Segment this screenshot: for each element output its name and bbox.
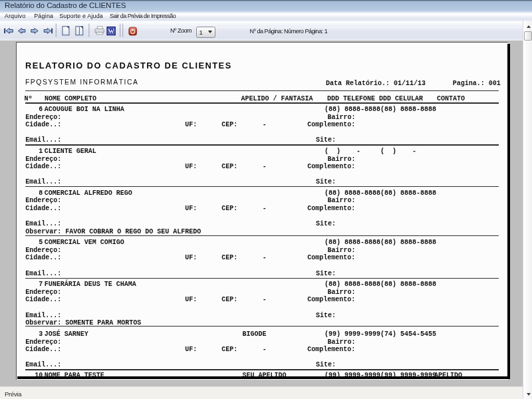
svg-text:W: W — [108, 28, 114, 35]
